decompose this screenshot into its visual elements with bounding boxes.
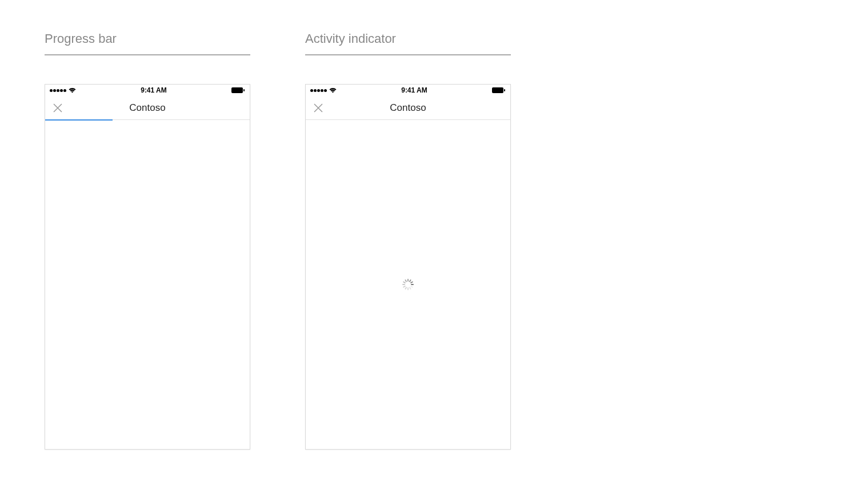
- status-time: 9:41 AM: [141, 86, 167, 94]
- activity-indicator-icon: [402, 279, 414, 290]
- svg-rect-0: [231, 87, 243, 93]
- progress-bar-example: Progress bar: [45, 31, 250, 450]
- content-area: [306, 120, 510, 449]
- status-left: [50, 87, 76, 93]
- signal-strength-icon: [50, 89, 66, 92]
- content-area: [45, 121, 250, 449]
- status-bar: 9:41 AM: [45, 85, 250, 96]
- wifi-icon: [69, 87, 76, 93]
- close-icon: [53, 103, 62, 113]
- signal-strength-icon: [310, 89, 327, 92]
- battery-icon: [231, 87, 245, 93]
- phone-frame-progress: 9:41 AM Contoso: [45, 84, 250, 450]
- svg-rect-2: [492, 87, 503, 93]
- wifi-icon: [329, 87, 337, 93]
- activity-indicator-example: Activity indicator: [305, 31, 511, 450]
- status-time: 9:41 AM: [401, 86, 427, 94]
- nav-bar: Contoso: [306, 96, 510, 120]
- close-button[interactable]: [311, 101, 325, 115]
- nav-title: Contoso: [45, 102, 250, 114]
- svg-rect-1: [243, 89, 245, 91]
- example-title-activity: Activity indicator: [305, 31, 511, 55]
- status-bar: 9:41 AM: [306, 85, 510, 96]
- progress-bar: [45, 119, 250, 121]
- phone-frame-activity: 9:41 AM Contoso: [305, 84, 511, 450]
- nav-bar: Contoso: [45, 96, 250, 120]
- status-left: [310, 87, 337, 93]
- progress-bar-fill: [45, 119, 113, 121]
- battery-icon: [492, 87, 506, 93]
- nav-title: Contoso: [306, 102, 510, 114]
- example-title-progress: Progress bar: [45, 31, 250, 55]
- svg-rect-3: [504, 89, 505, 91]
- close-button[interactable]: [51, 101, 65, 115]
- close-icon: [314, 103, 323, 113]
